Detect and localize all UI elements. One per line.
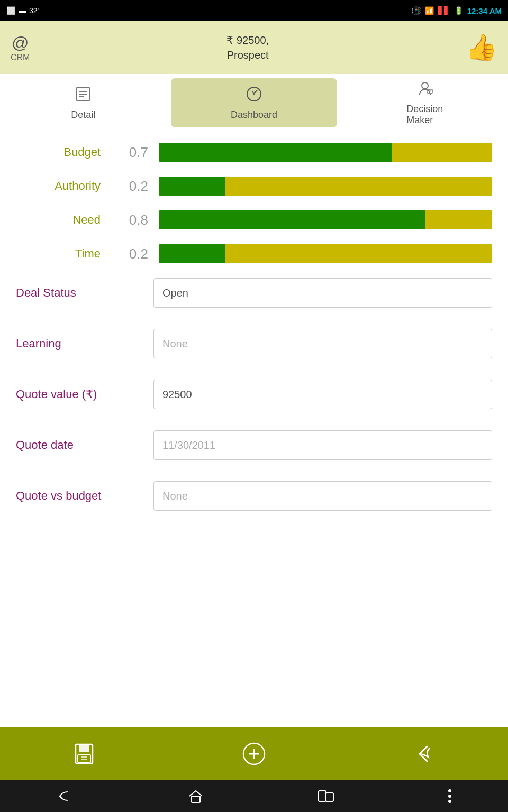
svg-point-8: [422, 82, 428, 89]
quote-value-row: Quote value (₹): [16, 380, 492, 409]
wifi-icon: 📶: [425, 6, 434, 15]
status-bar-left: ⬜ ▬ 32': [6, 6, 39, 15]
time-value: 0.2: [111, 246, 148, 262]
quote-vs-budget-label: Quote vs budget: [16, 488, 143, 504]
tab-decision-maker-label: DecisionMaker: [406, 104, 443, 126]
tab-detail[interactable]: Detail: [0, 74, 167, 132]
quote-date-row: Quote date: [16, 430, 492, 460]
header-title: ₹ 92500, Prospect: [226, 33, 269, 62]
svg-line-7: [252, 91, 254, 93]
quote-date-input[interactable]: [153, 430, 492, 460]
budget-bar-fill: [159, 143, 392, 162]
status-bar: ⬜ ▬ 32' 📳 📶 ▋▋ 🔋 12:34 AM: [0, 0, 508, 21]
tab-dashboard[interactable]: Dashboard: [171, 78, 338, 127]
status-bar-right: 📳 📶 ▋▋ 🔋 12:34 AM: [412, 6, 502, 15]
svg-rect-21: [319, 791, 326, 801]
add-button[interactable]: [241, 741, 267, 767]
bant-section: Budget 0.7 Authority 0.2 Need 0.8 Time 0…: [16, 143, 492, 263]
bottom-toolbar: [0, 727, 508, 780]
svg-rect-20: [192, 796, 200, 802]
at-icon: @: [12, 33, 29, 53]
vibrate-icon: 📳: [412, 6, 421, 15]
svg-rect-13: [79, 744, 89, 752]
save-button[interactable]: [72, 742, 96, 765]
svg-point-25: [448, 800, 451, 803]
learning-input[interactable]: [153, 329, 492, 358]
authority-label: Authority: [16, 179, 101, 193]
svg-point-23: [448, 789, 451, 792]
quote-value-input[interactable]: [153, 380, 492, 409]
authority-bar-fill: [159, 177, 225, 196]
nav-back-button[interactable]: [56, 787, 75, 806]
nav-bar: [0, 780, 508, 812]
nav-recents-button[interactable]: [316, 787, 335, 806]
need-value: 0.8: [111, 212, 148, 228]
svg-rect-14: [78, 755, 90, 762]
deal-status-label: Deal Status: [16, 285, 143, 301]
learning-label: Learning: [16, 336, 143, 352]
dashboard-icon: [246, 86, 262, 106]
need-label: Need: [16, 213, 101, 227]
budget-row: Budget 0.7: [16, 143, 492, 162]
detail-icon: [75, 86, 92, 106]
time-label: Time: [16, 247, 101, 261]
quote-date-label: Quote date: [16, 438, 143, 453]
time-row: Time 0.2: [16, 244, 492, 263]
battery-icon: 🔋: [454, 6, 463, 15]
quote-vs-budget-row: Quote vs budget: [16, 481, 492, 511]
svg-point-24: [448, 795, 451, 798]
budget-value: 0.7: [111, 144, 148, 161]
time-bar-fill: [159, 244, 225, 263]
status-text: 32': [29, 6, 39, 15]
tab-bar: Detail Dashboard DecisionMaker: [0, 74, 508, 132]
decision-maker-icon: [416, 80, 433, 100]
tab-detail-label: Detail: [71, 109, 95, 121]
svg-line-6: [254, 90, 257, 93]
tab-dashboard-label: Dashboard: [231, 109, 277, 121]
learning-row: Learning: [16, 329, 492, 358]
authority-bar: [159, 177, 492, 196]
signal-icon: ▋▋: [438, 6, 450, 15]
main-content: Budget 0.7 Authority 0.2 Need 0.8 Time 0…: [0, 132, 508, 727]
quote-vs-budget-input[interactable]: [153, 481, 492, 511]
nav-home-button[interactable]: [186, 787, 205, 806]
need-bar: [159, 210, 492, 229]
clock: 12:34 AM: [467, 6, 502, 15]
app-header: @ CRM ₹ 92500, Prospect 👍: [0, 21, 508, 74]
screenshot-icon: ⬜: [6, 6, 15, 15]
media-icon: ▬: [19, 6, 26, 15]
form-section: Deal Status Learning Quote value (₹) Quo…: [16, 278, 492, 511]
budget-bar: [159, 143, 492, 162]
crm-logo: @ CRM: [11, 33, 30, 62]
back-button[interactable]: [412, 742, 436, 765]
deal-status-row: Deal Status: [16, 278, 492, 308]
svg-rect-22: [326, 793, 333, 801]
svg-point-5: [253, 93, 255, 95]
time-bar: [159, 244, 492, 263]
authority-value: 0.2: [111, 178, 148, 195]
crm-label: CRM: [11, 53, 30, 62]
nav-menu-button[interactable]: [447, 788, 452, 804]
quote-value-label: Quote value (₹): [16, 387, 143, 402]
need-bar-fill: [159, 210, 425, 229]
need-row: Need 0.8: [16, 210, 492, 229]
like-icon[interactable]: 👍: [466, 33, 497, 62]
authority-row: Authority 0.2: [16, 177, 492, 196]
tab-decision-maker[interactable]: DecisionMaker: [341, 74, 508, 132]
budget-label: Budget: [16, 145, 101, 159]
deal-status-input[interactable]: [153, 278, 492, 308]
